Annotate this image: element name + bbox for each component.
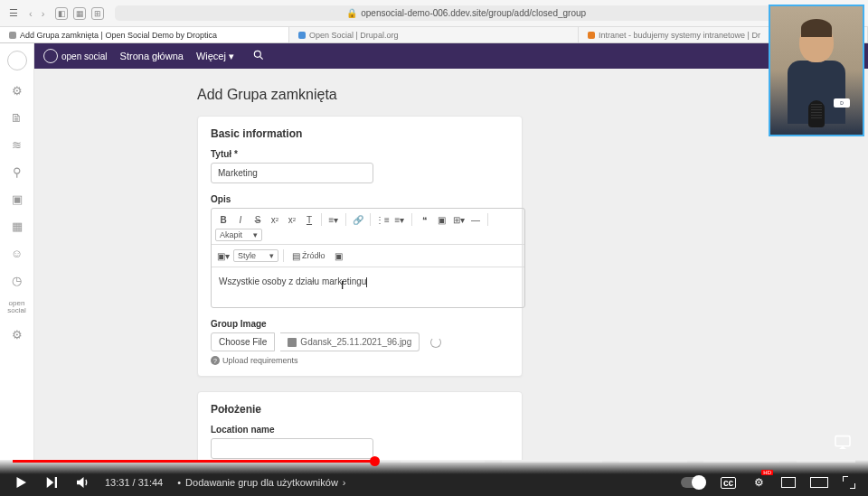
svg-rect-2 (835, 436, 850, 446)
chevron-right-icon: › (343, 477, 346, 488)
app-logo-icon[interactable] (7, 51, 27, 70)
superscript-icon[interactable]: x2 (267, 211, 283, 228)
captions-button[interactable]: cc (721, 477, 736, 489)
svg-line-1 (260, 57, 263, 60)
app-logo[interactable]: open social (43, 49, 108, 63)
page-content: ⚙ 🗎 ≋ ⚲ ▣ ▦ ☺ ◷ open social ⚙ open socia… (0, 43, 868, 460)
browser-tab-1[interactable]: Add Grupa zamknięta | Open Social Demo b… (0, 27, 289, 42)
title-input[interactable] (211, 163, 373, 183)
favicon-icon (9, 32, 16, 39)
hd-badge: HD (761, 470, 773, 475)
bold-icon[interactable]: B (215, 211, 231, 228)
app-header: open social Strona główna Więcej ▾ + (34, 43, 868, 69)
autoplay-toggle[interactable] (681, 477, 706, 488)
logo-icon (43, 49, 58, 63)
cast-icon[interactable] (834, 435, 852, 453)
play-icon[interactable] (13, 474, 29, 491)
nav-buttons: ‹ › (29, 8, 44, 19)
layers-icon[interactable]: ≋ (10, 137, 24, 152)
grid-icon[interactable]: ⊞ (91, 7, 104, 20)
chip-icon[interactable]: ▣ (10, 192, 24, 206)
embed-icon[interactable]: ▣ (331, 248, 347, 264)
file-icon (288, 338, 297, 347)
settings-icon[interactable]: ⚙ (10, 327, 24, 342)
pin-icon[interactable]: ⚲ (10, 164, 24, 179)
card-location: Położenie Location name Państwo - Brak -… (197, 391, 523, 460)
favicon-icon (298, 32, 306, 39)
favicon-icon (588, 32, 595, 39)
time-display: 13:31 / 31:44 (105, 477, 163, 488)
card-title: Położenie (211, 403, 509, 416)
rail-label: open social (0, 300, 33, 314)
table-icon[interactable]: ⊞▾ (450, 211, 467, 228)
group-image-label: Group Image (211, 319, 509, 329)
title-label: Tytuł * (211, 149, 509, 159)
tab-label: Open Social | Drupal.org (309, 31, 398, 40)
browser-tab-2[interactable]: Open Social | Drupal.org (289, 27, 579, 42)
webcam-overlay: D (769, 5, 864, 136)
format-select[interactable]: Akapit▾ (215, 229, 262, 241)
user-icon[interactable]: ☺ (10, 246, 24, 260)
browser-tabs: Add Grupa zamknięta | Open Social Demo b… (0, 27, 868, 43)
browser-toolbar: ☰ ‹ › ◧ ▦ ⊞ 🔒 opensocial-demo-006.ddev.s… (0, 0, 868, 27)
chapter-title[interactable]: • Dodawanie grup dla użytkowników › (177, 477, 345, 488)
volume-icon[interactable] (74, 474, 90, 491)
rich-text-editor: B I S x2 x2 T ≡▾ 🔗 ⋮≡ ≡▾ ❝ (211, 208, 525, 308)
clock-icon[interactable]: ◷ (10, 273, 24, 287)
choose-file-button[interactable]: Choose File (211, 332, 275, 351)
bullet-list-icon[interactable]: ⋮≡ (374, 211, 391, 228)
help-icon: ? (211, 356, 220, 365)
link-icon[interactable]: 🔗 (350, 211, 366, 228)
miniplayer-icon[interactable] (781, 477, 796, 488)
tab-label: Add Grupa zamknięta | Open Social Demo b… (20, 31, 217, 40)
youtube-controls: 13:31 / 31:44 • Dodawanie grup dla użytk… (0, 460, 868, 496)
upload-requirements-link[interactable]: ?Upload requirements (211, 356, 509, 365)
grid-icon[interactable]: ▦ (10, 219, 24, 233)
strike-icon[interactable]: S (250, 211, 266, 228)
clear-format-icon[interactable]: T (301, 211, 317, 228)
align-icon[interactable]: ≡▾ (326, 211, 342, 228)
page-title: Add Grupa zamknięta (197, 87, 868, 103)
lock-icon: 🔒 (346, 8, 357, 18)
quote-icon[interactable]: ❝ (416, 211, 432, 228)
rte-toolbar-2: ▣▾ Style▾ ▤ Źródło ▣ (212, 245, 524, 267)
number-list-icon[interactable]: ≡▾ (392, 211, 408, 228)
media-icon[interactable]: ▣▾ (215, 248, 231, 264)
back-icon[interactable]: ‹ (29, 8, 33, 19)
file-name-display: Gdansk_25.11.2021_96.jpg (280, 332, 420, 351)
microphone-icon (808, 100, 825, 127)
next-icon[interactable] (43, 474, 60, 491)
scrubber-handle[interactable] (370, 456, 380, 466)
nav-more-label: Więcej (196, 51, 226, 61)
card-title: Basic information (211, 127, 509, 140)
location-input[interactable] (211, 438, 373, 459)
search-icon[interactable] (252, 49, 265, 63)
nav-home[interactable]: Strona główna (120, 51, 184, 61)
hr-icon[interactable]: ― (467, 211, 484, 228)
sidebar-toggle-icon[interactable]: ☰ (9, 7, 18, 19)
address-bar[interactable]: 🔒 opensocial-demo-006.ddev.site/group/ad… (115, 5, 817, 21)
rte-textarea[interactable]: Wszystkie osoby z działu marketingu (212, 267, 524, 307)
theater-icon[interactable] (810, 477, 828, 488)
rte-toolbar-1: B I S x2 x2 T ≡▾ 🔗 ⋮≡ ≡▾ ❝ (212, 209, 524, 245)
gear-icon[interactable]: ⚙ (10, 83, 24, 98)
image-icon[interactable]: ▣ (433, 211, 449, 228)
chevron-down-icon: ▾ (269, 251, 274, 260)
source-button[interactable]: ▤ Źródło (288, 248, 329, 264)
url-text: opensocial-demo-006.ddev.site/group/add/… (361, 8, 586, 18)
panel-icon[interactable]: ▦ (73, 7, 86, 20)
italic-icon[interactable]: I (232, 211, 249, 228)
style-select[interactable]: Style▾ (233, 249, 278, 262)
main-content: Add Grupa zamknięta Basic information Ty… (34, 69, 868, 460)
settings-icon[interactable]: ⚙HD (750, 474, 767, 491)
tab-label: Intranet - budujemy systemy intranetowe … (599, 31, 760, 40)
document-icon[interactable]: 🗎 (10, 110, 24, 125)
fullscreen-icon[interactable] (843, 476, 855, 489)
chevron-down-icon: ▾ (253, 230, 258, 239)
nav-more[interactable]: Więcej ▾ (196, 51, 234, 62)
subscript-icon[interactable]: x2 (284, 211, 300, 228)
shield-icon[interactable]: ◧ (55, 7, 68, 20)
forward-icon[interactable]: › (42, 8, 45, 19)
chevron-down-icon: ▾ (229, 51, 234, 62)
progress-bar[interactable] (13, 460, 855, 463)
